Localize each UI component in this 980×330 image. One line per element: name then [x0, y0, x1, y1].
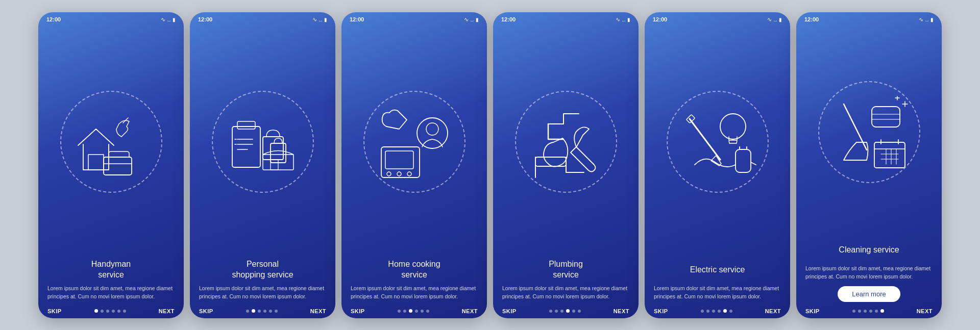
electric-next[interactable]: NEXT	[765, 308, 781, 314]
cooking-illustration	[341, 25, 487, 260]
plumbing-content: Plumbingservice Lorem ipsum dolor sit di…	[493, 259, 639, 306]
cooking-card: 12:00 ∿ ⎵ ▮	[341, 12, 487, 318]
handyman-skip[interactable]: SKIP	[47, 308, 62, 314]
cleaning-description: Lorem ipsum dolor sit dim amet, mea regi…	[805, 265, 933, 281]
dot-5-2	[706, 310, 709, 313]
svg-rect-0	[88, 155, 104, 170]
svg-rect-4	[237, 121, 255, 129]
svg-point-19	[417, 118, 448, 148]
electric-skip[interactable]: SKIP	[654, 308, 668, 314]
wifi-icon-3: ∿	[464, 16, 469, 23]
cooking-skip[interactable]: SKIP	[351, 308, 365, 314]
dot-5-5	[723, 309, 727, 313]
status-bar-1: 12:00 ∿ ⎵ ▮	[38, 12, 184, 25]
status-icons-1: ∿ ⎵ ▮	[161, 16, 176, 23]
shopping-title: Personalshopping service	[199, 259, 326, 281]
plumbing-icon	[523, 98, 609, 185]
status-time-6: 12:00	[804, 16, 819, 22]
dot-6-6	[880, 309, 884, 313]
status-time-4: 12:00	[501, 16, 516, 22]
dot-6-1	[852, 310, 855, 313]
handyman-content: Handymanservice Lorem ipsum dolor sit di…	[38, 259, 184, 306]
signal-icon-5: ⎵	[774, 17, 777, 22]
battery-icon-3: ▮	[476, 17, 479, 22]
cleaning-dots	[852, 309, 884, 313]
electric-dots	[701, 309, 732, 313]
dot-6-2	[858, 310, 861, 313]
dot-6-3	[864, 310, 867, 313]
handyman-next[interactable]: NEXT	[159, 308, 175, 314]
dot-2-5	[269, 310, 272, 313]
handyman-description: Lorem ipsum dolor sit dim amet, mea regi…	[47, 285, 175, 301]
electric-nav: SKIP NEXT	[645, 308, 790, 314]
plumbing-skip[interactable]: SKIP	[502, 308, 517, 314]
electric-description: Lorem ipsum dolor sit dim amet, mea regi…	[654, 285, 781, 301]
dot-1-2	[101, 310, 104, 313]
dot-3-6	[426, 310, 429, 313]
cooking-nav: SKIP NEXT	[341, 308, 487, 314]
dot-3-3	[409, 309, 412, 313]
cooking-description: Lorem ipsum dolor sit dim amet, mea regi…	[351, 285, 478, 301]
shopping-nav: SKIP NEXT	[190, 308, 335, 314]
electric-title: Electric service	[654, 259, 781, 281]
plumbing-description: Lorem ipsum dolor sit dim amet, mea regi…	[502, 285, 629, 301]
dot-4-4	[566, 309, 570, 313]
dot-1-4	[112, 310, 115, 313]
plumbing-next[interactable]: NEXT	[614, 308, 629, 314]
status-bar-2: 12:00 ∿ ⎵ ▮	[190, 12, 335, 25]
plumbing-card: 12:00 ∿ ⎵ ▮	[493, 12, 639, 318]
dashed-circle-4	[515, 91, 617, 193]
dashed-circle-5	[667, 91, 769, 193]
dot-4-3	[560, 310, 564, 313]
battery-icon-1: ▮	[173, 17, 176, 22]
svg-point-16	[387, 172, 391, 176]
dot-2-6	[275, 310, 278, 313]
svg-rect-37	[874, 142, 905, 168]
cooking-dots	[398, 309, 429, 313]
cleaning-skip[interactable]: SKIP	[805, 308, 820, 314]
electric-content: Electric service Lorem ipsum dolor sit d…	[645, 259, 790, 306]
wifi-icon-4: ∿	[616, 16, 620, 23]
shopping-skip[interactable]: SKIP	[199, 308, 213, 314]
shopping-icon	[219, 98, 306, 185]
plumbing-nav: SKIP NEXT	[493, 308, 639, 314]
plumbing-dots	[549, 309, 581, 313]
svg-line-27	[690, 119, 720, 160]
dot-5-1	[701, 310, 704, 313]
learn-more-button[interactable]: Learn more	[838, 286, 900, 302]
wifi-icon-6: ∿	[919, 16, 923, 23]
svg-rect-30	[872, 107, 900, 127]
cooking-next[interactable]: NEXT	[462, 308, 478, 314]
wifi-icon-5: ∿	[767, 16, 772, 23]
wifi-icon-2: ∿	[312, 16, 317, 23]
status-icons-6: ∿ ⎵ ▮	[919, 16, 934, 23]
handyman-nav: SKIP NEXT	[38, 308, 184, 314]
dot-1-1	[94, 309, 98, 313]
status-bar-4: 12:00 ∿ ⎵ ▮	[493, 12, 639, 25]
electric-illustration	[645, 25, 790, 260]
handyman-illustration	[38, 25, 184, 260]
svg-rect-13	[271, 160, 278, 170]
shopping-next[interactable]: NEXT	[310, 308, 326, 314]
dot-6-4	[869, 310, 872, 313]
cleaning-icon	[826, 89, 913, 175]
dot-4-1	[549, 310, 552, 313]
svg-point-18	[407, 172, 411, 176]
svg-point-22	[720, 114, 746, 139]
dot-4-6	[578, 310, 581, 313]
status-icons-5: ∿ ⎵ ▮	[767, 16, 782, 23]
electric-icon	[674, 98, 761, 185]
dot-2-3	[258, 310, 261, 313]
cleaning-next[interactable]: NEXT	[917, 308, 933, 314]
shopping-content: Personalshopping service Lorem ipsum dol…	[190, 259, 335, 306]
cleaning-title: Cleaning service	[805, 239, 933, 261]
dashed-circle-2	[212, 91, 314, 193]
status-bar-5: 12:00 ∿ ⎵ ▮	[645, 12, 790, 25]
svg-rect-28	[686, 115, 695, 123]
dot-4-5	[572, 310, 575, 313]
status-icons-3: ∿ ⎵ ▮	[464, 16, 479, 23]
status-icons-4: ∿ ⎵ ▮	[616, 16, 630, 23]
dot-5-4	[718, 310, 721, 313]
svg-rect-15	[385, 151, 413, 169]
dashed-circle-1	[60, 91, 162, 193]
